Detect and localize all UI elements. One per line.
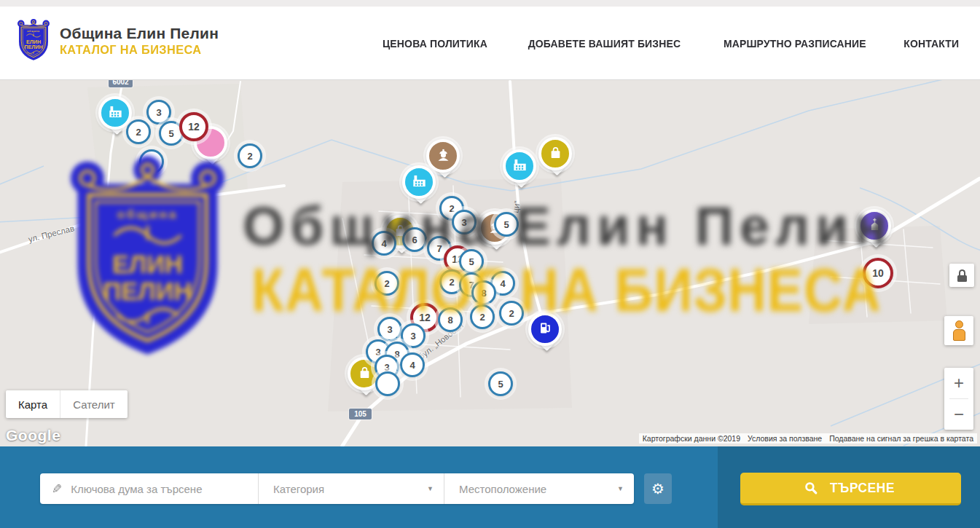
search-fields: ✎ Категория ▼ Местоположение ▼ — [40, 473, 634, 504]
nav-item[interactable]: МАРШРУТНО РАЗПИСАНИЕ — [724, 37, 866, 50]
map-cluster[interactable]: 2 — [375, 271, 399, 296]
google-logo[interactable]: Google — [6, 427, 60, 444]
chevron-down-icon: ▼ — [617, 485, 624, 492]
google-map[interactable]: 6002105 ул. Преславбул. „Новоселци“ — [0, 80, 980, 446]
bag-icon — [548, 145, 563, 163]
category-dropdown[interactable]: Категория ▼ — [259, 473, 444, 504]
search-bar: ✎ Категория ▼ Местоположение ▼ ⚙ ТЪРСЕНЕ — [0, 446, 980, 528]
lock-button[interactable] — [949, 264, 974, 287]
page: община ЕЛИН ПЕЛИН Община Елин Пелин КАТА… — [0, 0, 980, 528]
svg-text:ПЕЛИН: ПЕЛИН — [24, 44, 42, 50]
factory-icon — [512, 157, 528, 176]
search-button-label: ТЪРСЕНЕ — [830, 480, 895, 496]
map-cluster[interactable]: 8 — [471, 280, 496, 305]
map-cluster[interactable]: 3 — [377, 317, 402, 342]
map-cluster[interactable]: 4 — [400, 352, 425, 377]
map-cluster[interactable]: 4 — [372, 231, 396, 256]
map-cluster[interactable] — [139, 149, 164, 174]
pegman-icon — [955, 320, 963, 328]
zoom-in-button[interactable]: + — [944, 368, 973, 398]
factory-icon — [108, 104, 123, 122]
site-subtitle: КАТАЛОГ НА БИЗНЕСА — [60, 43, 201, 58]
map-attribution: Картографски данни ©2019Условия за ползв… — [639, 433, 977, 444]
map-cluster[interactable]: 5 — [488, 371, 513, 396]
category-dropdown-label: Категория — [273, 483, 324, 495]
map-cluster[interactable]: 5 — [494, 212, 519, 237]
header: община ЕЛИН ПЕЛИН Община Елин Пелин КАТА… — [0, 7, 980, 80]
map-cluster[interactable]: 2 — [126, 119, 151, 144]
gear-icon: ⚙ — [651, 481, 665, 496]
map-type-map-button[interactable]: Карта — [6, 390, 60, 418]
road-shield: 105 — [349, 409, 372, 419]
svg-text:община: община — [27, 30, 40, 33]
map-type-satellite-button[interactable]: Сателит — [60, 390, 128, 418]
site-title: Община Елин Пелин — [60, 25, 219, 42]
attribution-item[interactable]: Условия за ползване — [744, 433, 826, 444]
map-cluster[interactable]: 12 — [179, 112, 208, 141]
pencil-icon: ✎ — [52, 481, 62, 497]
zoom-control: + − — [944, 368, 973, 430]
map-type-control: Карта Сателит — [6, 390, 128, 418]
nav-item[interactable]: ЦЕНОВА ПОЛИТИКА — [383, 37, 487, 50]
map-cluster[interactable]: 10 — [863, 258, 893, 288]
nav-item[interactable]: КОНТАКТИ — [903, 37, 959, 50]
fuel-icon — [538, 320, 553, 339]
worker-icon — [436, 147, 451, 165]
location-dropdown[interactable]: Местоположение ▼ — [444, 473, 634, 504]
keyword-input[interactable] — [71, 483, 249, 495]
map-cluster[interactable]: 3 — [452, 210, 477, 235]
location-dropdown-label: Местоположение — [459, 483, 546, 495]
bag-icon — [357, 365, 372, 383]
map-cluster[interactable]: 5 — [459, 249, 484, 274]
search-icon — [804, 481, 818, 495]
road-shield: 6002 — [109, 80, 133, 87]
church-icon — [867, 217, 882, 235]
map-cluster[interactable]: 2 — [238, 143, 262, 168]
attribution-item[interactable]: Картографски данни ©2019 — [639, 433, 744, 444]
map-cluster[interactable]: 6 — [402, 227, 427, 252]
factory-icon — [412, 173, 427, 192]
search-button[interactable]: ТЪРСЕНЕ — [740, 473, 961, 505]
municipality-crest-icon: община ЕЛИН ПЕЛИН — [16, 19, 51, 63]
attribution-item[interactable]: Подаване на сигнал за грешка в картата — [826, 433, 977, 444]
lock-icon — [959, 269, 965, 275]
map-cluster[interactable]: 2 — [499, 301, 524, 326]
zoom-out-button[interactable]: − — [944, 399, 973, 430]
top-strip — [0, 0, 980, 7]
brand-logo[interactable]: община ЕЛИН ПЕЛИН Община Елин Пелин КАТА… — [16, 19, 219, 63]
map-cluster[interactable] — [375, 371, 400, 396]
nav-item[interactable]: ДОБАВЕТЕ ВАШИЯТ БИЗНЕС — [528, 37, 681, 50]
map-cluster[interactable]: 8 — [438, 307, 463, 332]
chevron-down-icon: ▼ — [427, 485, 434, 492]
advanced-settings-button[interactable]: ⚙ — [644, 473, 672, 504]
main-nav: ЦЕНОВА ПОЛИТИКАДОБАВЕТЕ ВАШИЯТ БИЗНЕСМАР… — [377, 7, 962, 80]
pegman-button[interactable] — [944, 316, 973, 345]
keyword-field[interactable]: ✎ — [40, 473, 259, 504]
map-cluster[interactable]: 2 — [470, 304, 495, 329]
